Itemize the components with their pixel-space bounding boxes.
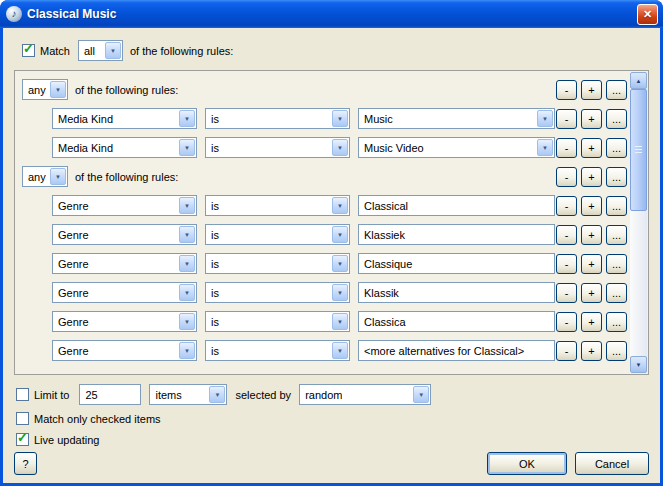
rule-row: Genre ▼ is ▼ - + ... [22,311,627,332]
scrollbar-track[interactable] [630,89,647,356]
match-only-checked-checkbox[interactable] [16,412,29,425]
match-mode-dropdown[interactable]: all ▼ [78,40,123,61]
vertical-scrollbar[interactable]: ▲ ▼ [630,72,647,373]
chevron-down-icon: ▼ [105,42,121,59]
rule-field-dropdown[interactable]: Genre ▼ [52,224,197,245]
rule-value-input[interactable] [358,195,555,216]
rule-operator-dropdown[interactable]: is ▼ [205,108,350,129]
rule-value-dropdown[interactable]: Music ▼ [358,108,555,129]
add-rule-button[interactable]: + [581,283,602,303]
chevron-down-icon: ▼ [179,255,195,272]
match-row: ✓ Match all ▼ of the following rules: [22,40,660,61]
rule-value-input[interactable] [358,340,555,361]
rule-field-dropdown[interactable]: Genre ▼ [52,340,197,361]
rule-row: Genre ▼ is ▼ - + ... [22,282,627,303]
add-nested-rule-button[interactable]: ... [606,138,627,158]
close-button[interactable]: ✕ [637,4,658,25]
add-rule-button[interactable]: + [581,138,602,158]
title-bar[interactable]: ♪ Classical Music ✕ [0,0,663,28]
group-suffix-label: of the following rules: [75,84,178,96]
remove-rule-button[interactable]: - [556,341,577,361]
chevron-down-icon: ▼ [332,342,348,359]
add-nested-rule-button[interactable]: ... [606,225,627,245]
chevron-down-icon: ▼ [332,284,348,301]
add-rule-button[interactable]: + [581,196,602,216]
add-nested-rule-button[interactable]: ... [606,80,627,100]
rule-field-dropdown[interactable]: Media Kind ▼ [52,108,197,129]
remove-rule-button[interactable]: - [556,283,577,303]
rule-row-buttons: - + ... [556,196,627,216]
remove-rule-button[interactable]: - [556,109,577,129]
chevron-down-icon: ▼ [332,110,348,127]
ok-button[interactable]: OK [487,452,567,475]
scroll-down-button[interactable]: ▼ [630,356,647,373]
rule-field-dropdown[interactable]: Genre ▼ [52,195,197,216]
chevron-down-icon: ▼ [179,197,195,214]
rule-operator-dropdown[interactable]: is ▼ [205,340,350,361]
cancel-button[interactable]: Cancel [575,452,649,475]
add-nested-rule-button[interactable]: ... [606,196,627,216]
remove-rule-button[interactable]: - [556,225,577,245]
remove-rule-button[interactable]: - [556,312,577,332]
add-nested-rule-button[interactable]: ... [606,254,627,274]
rule-row: Media Kind ▼ is ▼ Music ▼ - + ... [22,108,627,129]
limit-unit-dropdown[interactable]: items ▼ [149,384,227,405]
limit-checkbox[interactable] [16,388,29,401]
limit-order-value: random [305,389,342,401]
rule-field-dropdown[interactable]: Genre ▼ [52,253,197,274]
add-rule-button[interactable]: + [581,225,602,245]
rule-field-value: Genre [58,287,89,299]
rule-value-input[interactable] [358,224,555,245]
add-rule-button[interactable]: + [581,312,602,332]
scrollbar-thumb[interactable] [630,89,647,211]
rule-operator-dropdown[interactable]: is ▼ [205,282,350,303]
add-rule-button[interactable]: + [581,254,602,274]
rule-operator-dropdown[interactable]: is ▼ [205,195,350,216]
add-nested-rule-button[interactable]: ... [606,283,627,303]
rule-value-dropdown[interactable]: Music Video ▼ [358,137,555,158]
rule-field-dropdown[interactable]: Genre ▼ [52,282,197,303]
remove-rule-button[interactable]: - [556,167,577,187]
chevron-down-icon: ▼ [179,284,195,301]
chevron-down-icon: ▼ [537,110,553,127]
remove-rule-button[interactable]: - [556,138,577,158]
add-nested-rule-button[interactable]: ... [606,167,627,187]
add-rule-button[interactable]: + [581,80,602,100]
rule-value-input[interactable] [358,253,555,274]
add-rule-button[interactable]: + [581,167,602,187]
rule-row-buttons: - + ... [556,80,627,100]
limit-count-input[interactable] [79,384,141,405]
rule-value-input[interactable] [358,311,555,332]
group-mode-dropdown[interactable]: any ▼ [22,166,68,187]
rule-operator-dropdown[interactable]: is ▼ [205,224,350,245]
rule-field-value: Genre [58,258,89,270]
limit-unit-value: items [155,389,181,401]
rule-operator-dropdown[interactable]: is ▼ [205,137,350,158]
limit-order-dropdown[interactable]: random ▼ [299,384,431,405]
add-rule-button[interactable]: + [581,341,602,361]
remove-rule-button[interactable]: - [556,254,577,274]
chevron-down-icon: ▼ [332,139,348,156]
rule-operator-value: is [211,229,219,241]
rule-value-input[interactable] [358,282,555,303]
rule-field-dropdown[interactable]: Media Kind ▼ [52,137,197,158]
remove-rule-button[interactable]: - [556,196,577,216]
group-mode-dropdown[interactable]: any ▼ [22,79,68,100]
rule-row-buttons: - + ... [556,283,627,303]
rule-field-dropdown[interactable]: Genre ▼ [52,311,197,332]
rule-operator-dropdown[interactable]: is ▼ [205,253,350,274]
chevron-down-icon: ▼ [179,342,195,359]
rule-row-buttons: - + ... [556,167,627,187]
rule-operator-dropdown[interactable]: is ▼ [205,311,350,332]
live-updating-row: ✓ Live updating [16,432,660,447]
match-checkbox[interactable]: ✓ [22,44,35,57]
rule-operator-value: is [211,200,219,212]
add-nested-rule-button[interactable]: ... [606,109,627,129]
add-rule-button[interactable]: + [581,109,602,129]
live-updating-checkbox[interactable]: ✓ [16,433,29,446]
scroll-up-button[interactable]: ▲ [630,72,647,89]
add-nested-rule-button[interactable]: ... [606,341,627,361]
add-nested-rule-button[interactable]: ... [606,312,627,332]
help-button[interactable]: ? [14,452,37,475]
remove-rule-button[interactable]: - [556,80,577,100]
